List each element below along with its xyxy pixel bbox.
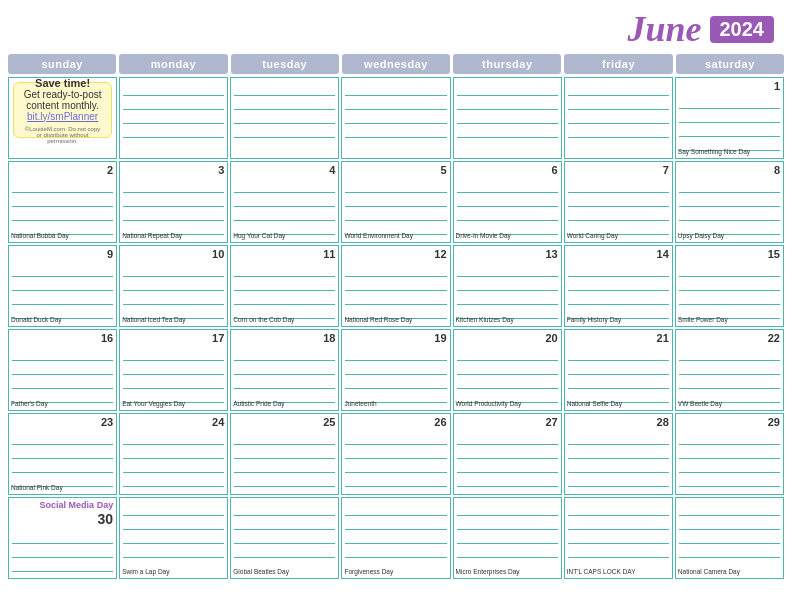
cell-line xyxy=(679,459,780,473)
calendar-wrapper: June 2024 sunday monday tuesday wednesda… xyxy=(0,0,792,612)
cell-lines xyxy=(568,347,669,403)
promo-link[interactable]: bit.ly/smPlanner xyxy=(27,111,98,122)
day-header-thursday: thursday xyxy=(453,54,561,74)
cal-cell-w5-d4: Micro Enterprises Day xyxy=(453,497,562,579)
cell-lines xyxy=(568,431,669,487)
cal-cell-w4-d0: 23National Pink Day xyxy=(8,413,117,495)
cell-line xyxy=(345,473,446,487)
cell-line xyxy=(679,123,780,137)
cell-line xyxy=(12,347,113,361)
cell-line xyxy=(234,124,335,138)
cell-lines xyxy=(123,502,224,558)
cell-line xyxy=(123,110,224,124)
cell-lines xyxy=(345,263,446,319)
date-number: 8 xyxy=(679,164,780,177)
cell-line xyxy=(12,291,113,305)
date-number: 9 xyxy=(12,248,113,261)
cell-line xyxy=(568,530,669,544)
day-header-saturday: saturday xyxy=(676,54,784,74)
cell-line xyxy=(234,431,335,445)
event-label: National Bubba Day xyxy=(11,232,114,240)
cell-line xyxy=(345,110,446,124)
cal-cell-w5-d5: INT'L CAPS LOCK DAY xyxy=(564,497,673,579)
cal-cell-w4-d1: 24 xyxy=(119,413,228,495)
cal-cell-w2-d5: 14Family History Day xyxy=(564,245,673,327)
cell-line xyxy=(568,96,669,110)
cal-cell-w1-d1: 3National Repeat Day xyxy=(119,161,228,243)
cal-cell-w4-d4: 27 xyxy=(453,413,562,495)
event-label: Micro Enterprises Day xyxy=(456,568,559,576)
date-number: 13 xyxy=(457,248,558,261)
cell-line xyxy=(679,193,780,207)
cell-line xyxy=(679,431,780,445)
cal-cell-w4-d3: 26 xyxy=(341,413,450,495)
cell-lines xyxy=(12,431,113,487)
year-badge: 2024 xyxy=(710,16,775,43)
date-number: 4 xyxy=(234,164,335,177)
cell-line xyxy=(568,502,669,516)
cal-cell-w5-d6: National Camera Day xyxy=(675,497,784,579)
cell-line xyxy=(457,193,558,207)
cell-lines xyxy=(568,502,669,558)
cell-line xyxy=(123,193,224,207)
cell-lines xyxy=(457,431,558,487)
cell-line xyxy=(568,431,669,445)
cell-line xyxy=(345,445,446,459)
cell-line xyxy=(234,82,335,96)
cell-line xyxy=(568,473,669,487)
cell-lines xyxy=(234,263,335,319)
cell-line xyxy=(568,110,669,124)
cell-lines xyxy=(568,82,669,138)
cal-cell-w5-d2: Global Beatles Day xyxy=(230,497,339,579)
cell-line xyxy=(457,544,558,558)
cell-line xyxy=(679,95,780,109)
cal-cell-w3-d2: 18Autistic Pride Day xyxy=(230,329,339,411)
date-number: 17 xyxy=(123,332,224,345)
cell-lines xyxy=(345,347,446,403)
cal-cell-w3-d5: 21National Selfie Day xyxy=(564,329,673,411)
cal-cell-w1-d0: 2National Bubba Day xyxy=(8,161,117,243)
event-label: Forgiveness Day xyxy=(344,568,447,576)
cell-line xyxy=(568,375,669,389)
cell-line xyxy=(457,291,558,305)
cal-cell-w2-d6: 15Smile Power Day xyxy=(675,245,784,327)
cell-line xyxy=(123,347,224,361)
cell-lines xyxy=(568,263,669,319)
cell-line xyxy=(123,459,224,473)
cell-line xyxy=(457,277,558,291)
cell-line xyxy=(123,431,224,445)
date-number: 26 xyxy=(345,416,446,429)
cell-lines xyxy=(12,530,113,572)
event-label: National Repeat Day xyxy=(122,232,225,240)
cell-line xyxy=(679,445,780,459)
cell-line xyxy=(457,459,558,473)
cell-line xyxy=(679,347,780,361)
cell-line xyxy=(123,277,224,291)
cell-line xyxy=(12,207,113,221)
date-number: 12 xyxy=(345,248,446,261)
cell-line xyxy=(123,124,224,138)
cal-cell-w4-d2: 25 xyxy=(230,413,339,495)
cell-line xyxy=(457,516,558,530)
cell-line xyxy=(123,502,224,516)
promo-box: Save time! Get ready-to-post content mon… xyxy=(13,82,112,138)
cell-lines xyxy=(457,82,558,138)
cell-line xyxy=(234,291,335,305)
event-label: Kitchen Klutzes Day xyxy=(456,316,559,324)
cell-line xyxy=(345,375,446,389)
cell-line xyxy=(123,530,224,544)
promo-title: Save time! xyxy=(35,77,90,89)
cell-lines xyxy=(123,82,224,138)
cell-line xyxy=(568,459,669,473)
cell-line xyxy=(345,431,446,445)
cell-line xyxy=(679,516,780,530)
cell-line xyxy=(679,530,780,544)
day-headers: sunday monday tuesday wednesday thursday… xyxy=(8,54,784,74)
cell-line xyxy=(679,502,780,516)
event-label: Smile Power Day xyxy=(678,316,781,324)
cell-lines xyxy=(345,502,446,558)
date-number: 2 xyxy=(12,164,113,177)
cell-line xyxy=(568,277,669,291)
date-number: 18 xyxy=(234,332,335,345)
cell-lines xyxy=(123,179,224,235)
